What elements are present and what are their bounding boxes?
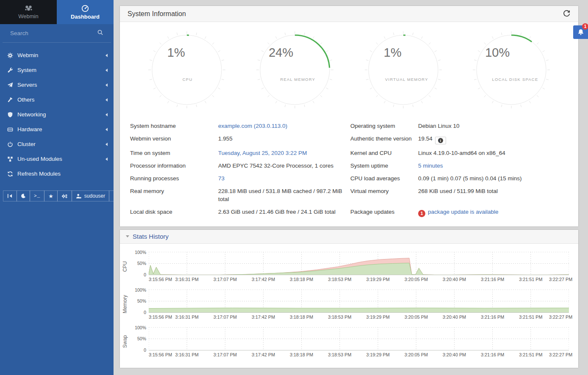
sidebar-item-cluster[interactable]: Cluster	[0, 137, 114, 152]
caret-left-icon	[105, 98, 108, 102]
package-updates-link[interactable]: package update is available	[428, 209, 499, 215]
info-label: System uptime	[350, 160, 418, 172]
sidebar-item-label: Servers	[17, 82, 105, 88]
running-processes-link[interactable]: 73	[218, 175, 225, 182]
info-label: Webmin version	[130, 132, 218, 147]
theme-settings-button[interactable]	[57, 190, 72, 201]
swap-axis-label: Swap	[122, 335, 128, 348]
sidebar-toolbar: >_ ★ sudouser	[3, 190, 114, 201]
gauge-real-memory-label: REAL MEMORY	[280, 77, 315, 82]
stats-history-panel: Stats History CPU 100%50%0 3:15:56 PM3:1…	[120, 230, 578, 368]
info-value: 268 KiB used / 511.99 MiB total	[418, 185, 568, 206]
tab-dashboard[interactable]: Dashboard	[57, 0, 114, 24]
star-icon: ★	[48, 193, 53, 199]
info-icon: i	[438, 138, 443, 143]
stats-history-header[interactable]: Stats History	[120, 230, 578, 244]
gauge-cpu-label: CPU	[183, 77, 193, 82]
tab-webmin[interactable]: Webmin	[0, 0, 57, 24]
info-label: Real memory	[130, 185, 218, 206]
sidebar-item-label: Hardware	[17, 126, 105, 132]
info-value: Linux 4.19.0-10-amd64 on x86_64	[418, 147, 568, 160]
gauge-virtual-memory: 1% VIRTUAL MEMORY	[364, 30, 443, 109]
bell-icon	[577, 29, 584, 36]
gauge-real-memory-value: 24%	[269, 46, 293, 60]
webmin-logo-icon	[25, 5, 33, 12]
gauge-local-disk-label: LOCAL DISK SPACE	[492, 77, 538, 82]
night-mode-button[interactable]	[17, 190, 30, 201]
caret-left-icon	[105, 69, 108, 72]
info-label: System hostname	[130, 119, 218, 132]
sidebar-item-label: Webmin	[17, 52, 105, 58]
info-value: 2.63 GiB used / 21.46 GiB free / 24.1 Gi…	[218, 206, 350, 220]
tab-dashboard-label: Dashboard	[71, 14, 100, 20]
terminal-button[interactable]: >_	[30, 190, 44, 201]
refresh-icon	[7, 171, 17, 177]
info-label: Time on system	[130, 147, 218, 160]
sidebar-item-hardware[interactable]: Hardware	[0, 122, 114, 137]
notifications-button[interactable]: 1	[573, 25, 588, 39]
system-information-panel: System Information 1% CPU 24% REAL MEMOR…	[120, 6, 578, 226]
sidebar-item-networking[interactable]: Networking	[0, 107, 114, 122]
caret-left-icon	[105, 83, 108, 87]
favorites-button[interactable]: ★	[44, 190, 58, 201]
info-label: Operating system	[350, 119, 418, 132]
paper-plane-icon	[7, 82, 17, 88]
power-icon	[7, 141, 17, 147]
caret-left-icon	[105, 54, 108, 57]
sidebar-item-servers[interactable]: Servers	[0, 77, 114, 92]
info-label: Local disk space	[130, 206, 218, 220]
caret-left-icon	[105, 143, 108, 146]
sidebar-item-system[interactable]: System	[0, 63, 114, 77]
search-input[interactable]	[10, 30, 97, 36]
system-info-table: System hostname example.com (203.0.113.0…	[120, 117, 578, 226]
sidebar-item-label: Networking	[17, 111, 105, 118]
stats-history-title: Stats History	[133, 233, 169, 240]
shield-icon	[7, 112, 17, 118]
hard-drive-icon	[7, 127, 17, 132]
info-value: 0.09 (1 min) 0.07 (5 mins) 0.04 (15 mins…	[418, 172, 568, 185]
info-label: Authentic theme version	[350, 132, 418, 147]
search-icon[interactable]	[97, 29, 103, 37]
notifications-count-badge: 1	[582, 23, 588, 30]
sidebar-nav: Webmin System Servers Others Networking …	[0, 43, 114, 181]
hammer-icon	[7, 97, 17, 103]
sidebar-item-label: System	[17, 67, 105, 73]
user-icon	[76, 193, 82, 199]
theme-info-button[interactable]: i	[435, 137, 446, 144]
page-title: System Information	[128, 10, 186, 18]
info-value: 228.18 MiB used / 531.8 MiB cached / 987…	[218, 185, 350, 206]
sidebar-item-label: Un-used Modules	[17, 156, 105, 162]
tab-webmin-label: Webmin	[18, 13, 38, 19]
info-value: AMD EPYC 7542 32-Core Processor, 1 cores	[218, 160, 350, 172]
info-label: Kernel and CPU	[350, 147, 418, 160]
sidebar-item-refresh-modules[interactable]: Refresh Modules	[0, 166, 114, 181]
stats-history-body: CPU 100%50%0 3:15:56 PM3:16:31 PM3:17:07…	[120, 244, 578, 368]
package-updates-badge: 1	[418, 210, 425, 217]
user-menu-button[interactable]: sudouser	[72, 190, 109, 201]
sidebar-item-webmin[interactable]: Webmin	[0, 48, 114, 63]
gauge-cpu: 1% CPU	[147, 30, 226, 109]
memory-axis-label: Memory	[122, 295, 128, 313]
uptime-link[interactable]: 5 minutes	[418, 163, 443, 169]
sidebar-item-others[interactable]: Others	[0, 92, 114, 107]
time-on-system-link[interactable]: Tuesday, August 25, 2020 3:22 PM	[218, 150, 307, 156]
info-label: Processor information	[130, 160, 218, 172]
hostname-link[interactable]: example.com (203.0.113.0)	[218, 123, 287, 129]
collapse-sidebar-button[interactable]	[3, 190, 17, 201]
main-content: System Information 1% CPU 24% REAL MEMOR…	[114, 0, 588, 375]
memory-history-chart: Memory 100%50%0 3:15:56 PM3:16:31 PM3:17…	[120, 288, 578, 320]
gauge-cpu-value: 1%	[167, 46, 185, 60]
sidebar-item-unused-modules[interactable]: Un-used Modules	[0, 152, 114, 166]
gauge-local-disk-value: 10%	[485, 46, 510, 60]
info-value: 1.955	[218, 132, 350, 147]
sidebar: Webmin Dashboard Webmin System Servers	[0, 0, 114, 375]
sidebar-search	[3, 24, 111, 43]
caret-left-icon	[105, 113, 108, 116]
refresh-page-button[interactable]	[563, 10, 571, 18]
gauge-real-memory: 24% REAL MEMORY	[255, 30, 334, 109]
gauges-row: 1% CPU 24% REAL MEMORY 1% VIRTUAL MEMORY…	[120, 22, 578, 117]
sidebar-item-label: Refresh Modules	[17, 171, 108, 177]
gauge-local-disk: 10% LOCAL DISK SPACE	[472, 30, 551, 109]
cpu-axis-label: CPU	[122, 261, 128, 272]
info-label: Virtual memory	[350, 185, 418, 206]
